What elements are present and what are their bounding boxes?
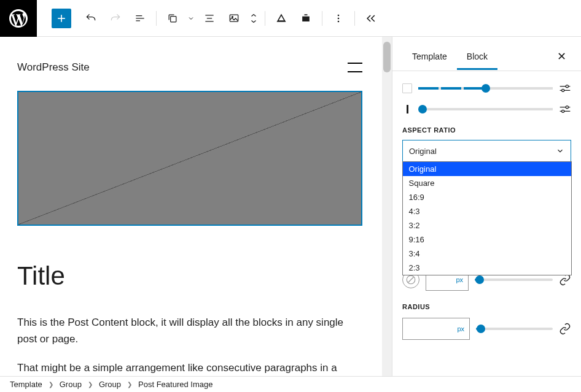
svg-point-15: [562, 110, 564, 112]
settings-icon[interactable]: [559, 84, 571, 93]
site-title[interactable]: WordPress Site: [17, 61, 90, 74]
svg-point-9: [566, 85, 568, 88]
svg-point-13: [566, 106, 568, 109]
dropdown-option[interactable]: 3:4: [403, 247, 571, 261]
svg-point-7: [338, 20, 340, 22]
svg-rect-4: [305, 14, 308, 15]
breadcrumb-item[interactable]: Group: [99, 380, 121, 389]
style-slider-1[interactable]: [402, 83, 571, 93]
tab-block[interactable]: Block: [457, 43, 497, 70]
breadcrumb-item[interactable]: Post Featured Image: [138, 380, 213, 389]
dropdown-option[interactable]: 16:9: [403, 190, 571, 204]
size-slider[interactable]: [475, 279, 553, 281]
copy-icon[interactable]: [162, 7, 184, 29]
link-icon[interactable]: [559, 323, 571, 335]
chevron-down-icon[interactable]: [186, 7, 196, 29]
style-slider-2[interactable]: [402, 104, 571, 114]
top-toolbar: [0, 0, 581, 37]
aspect-ratio-select[interactable]: Original Original Square 16:9 4:3 3:2 9:…: [402, 140, 571, 162]
crop-icon[interactable]: [295, 7, 317, 29]
duotone-icon[interactable]: [270, 7, 292, 29]
svg-rect-0: [171, 16, 176, 21]
collapse-toolbar-icon[interactable]: [360, 7, 382, 29]
aspect-ratio-label: ASPECT RATIO: [402, 126, 571, 134]
hamburger-icon[interactable]: [348, 63, 362, 72]
svg-rect-3: [302, 16, 310, 21]
svg-point-11: [562, 89, 564, 91]
breadcrumb: Template ❯ Group ❯ Group ❯ Post Featured…: [0, 376, 581, 392]
more-options-icon[interactable]: [327, 7, 349, 29]
dropdown-option[interactable]: 2:3: [403, 261, 571, 275]
dropdown-option[interactable]: 3:2: [403, 218, 571, 233]
dropdown-option[interactable]: Original: [403, 162, 571, 176]
radius-slider[interactable]: [476, 328, 553, 330]
editor-canvas[interactable]: WordPress Site Title This is the Post Co…: [0, 37, 392, 376]
radius-label: RADIUS: [402, 303, 571, 310]
link-icon[interactable]: [559, 274, 571, 286]
undo-button[interactable]: [80, 7, 102, 29]
breadcrumb-item[interactable]: Group: [60, 380, 82, 389]
add-block-button[interactable]: [52, 9, 71, 28]
settings-sidebar: Template Block ✕ ASPECT RA: [392, 37, 581, 376]
document-overview-button[interactable]: [129, 7, 151, 29]
wp-logo[interactable]: [0, 0, 37, 37]
svg-line-17: [408, 277, 414, 283]
featured-image-block[interactable]: [17, 91, 362, 226]
svg-point-5: [338, 14, 340, 16]
breadcrumb-item[interactable]: Template: [10, 380, 42, 389]
post-title[interactable]: Title: [17, 261, 375, 291]
close-icon[interactable]: ✕: [552, 45, 571, 68]
image-icon[interactable]: [223, 7, 245, 29]
svg-point-2: [232, 16, 233, 17]
settings-icon[interactable]: [559, 105, 571, 113]
post-content-paragraph[interactable]: That might be a simple arrangement like …: [17, 359, 375, 376]
redo-button[interactable]: [104, 7, 127, 29]
aspect-ratio-dropdown: Original Square 16:9 4:3 3:2 9:16 3:4 2:…: [402, 161, 572, 275]
scrollbar[interactable]: [382, 37, 392, 376]
post-content-paragraph[interactable]: This is the Post Content block, it will …: [17, 314, 375, 347]
dropdown-option[interactable]: 9:16: [403, 233, 571, 247]
tab-template[interactable]: Template: [402, 43, 457, 70]
radius-input[interactable]: px: [402, 318, 470, 340]
dropdown-option[interactable]: Square: [403, 176, 571, 190]
svg-point-6: [338, 17, 340, 19]
move-up-down-icon[interactable]: [248, 7, 260, 29]
align-icon[interactable]: [198, 7, 220, 29]
dropdown-option[interactable]: 4:3: [403, 204, 571, 218]
